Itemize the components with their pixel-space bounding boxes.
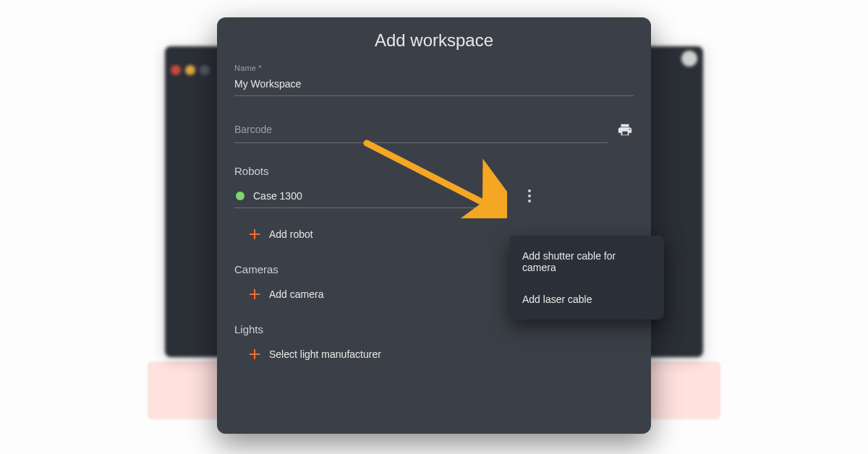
bg-window-controls	[171, 65, 210, 75]
plus-icon	[249, 228, 260, 240]
name-input[interactable]	[234, 75, 634, 96]
print-icon[interactable]	[616, 121, 634, 139]
barcode-input[interactable]	[234, 116, 608, 143]
add-robot-label: Add robot	[269, 228, 313, 240]
robot-more-button[interactable]	[521, 187, 538, 205]
bg-avatar	[681, 51, 697, 67]
status-online-icon	[236, 192, 244, 200]
chevron-down-icon	[485, 194, 492, 198]
add-camera-label: Add camera	[269, 288, 323, 300]
barcode-field	[234, 116, 634, 143]
modal-title: Add workspace	[234, 30, 634, 51]
name-label: Name *	[234, 64, 634, 72]
robot-select[interactable]: Case 1300	[234, 190, 495, 208]
plus-icon	[249, 288, 260, 300]
plus-icon	[249, 348, 260, 360]
lights-heading: Lights	[234, 323, 634, 335]
select-light-label: Select light manufacturer	[269, 348, 381, 360]
robots-heading: Robots	[234, 165, 634, 177]
name-field: Name *	[234, 64, 634, 96]
select-light-manufacturer-button[interactable]: Select light manufacturer	[234, 348, 634, 360]
robot-context-menu: Add shutter cable for camera Add laser c…	[509, 236, 664, 320]
menu-add-laser-cable[interactable]: Add laser cable	[509, 283, 664, 315]
add-workspace-modal: Add workspace Name * Robots Case 1300 Ad…	[217, 17, 651, 434]
robot-name: Case 1300	[253, 190, 476, 202]
menu-add-shutter-cable[interactable]: Add shutter cable for camera	[509, 240, 664, 283]
